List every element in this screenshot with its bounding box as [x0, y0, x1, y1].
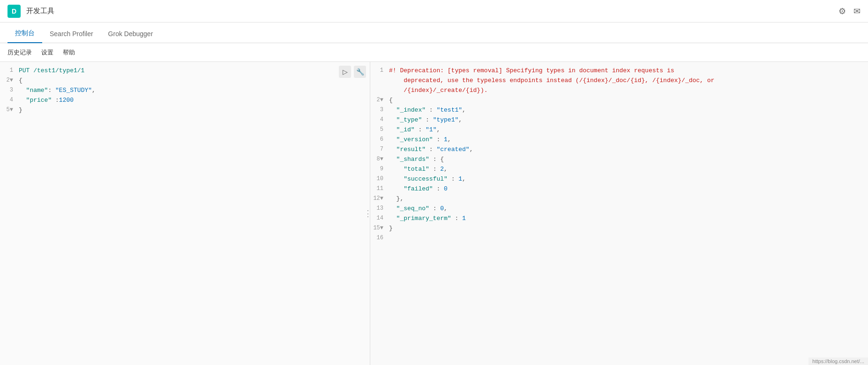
- line-content: "price" :1200: [19, 95, 370, 105]
- settings-button[interactable]: 设置: [41, 48, 53, 57]
- left-pane: ▷ 🔧 1 PUT /test1/type1/1 2▼ { 3 "name": …: [0, 62, 370, 365]
- code-line: 8▼ "_shards" : {: [370, 154, 868, 164]
- line-num: 6: [370, 135, 389, 144]
- tab-bar: 控制台 Search Profiler Grok Debugger: [0, 23, 868, 43]
- line-num: 13: [370, 204, 389, 213]
- line-num: 1: [370, 66, 389, 76]
- code-line: 15▼ }: [370, 223, 868, 233]
- line-content: #! Deprecation: [types removal] Specifyi…: [389, 66, 868, 76]
- run-button[interactable]: ▷: [339, 66, 351, 78]
- line-content: "_id" : "1",: [389, 125, 868, 135]
- line-content: "total" : 2,: [389, 164, 868, 174]
- line-content: {: [19, 76, 370, 85]
- line-num: 10: [370, 174, 389, 184]
- settings-icon[interactable]: ⚙: [838, 6, 846, 16]
- left-code-editor[interactable]: 1 PUT /test1/type1/1 2▼ { 3 "name": "ES_…: [0, 62, 370, 365]
- line-num: 7: [370, 144, 389, 154]
- right-pane: 1 #! Deprecation: [types removal] Specif…: [370, 62, 868, 365]
- code-line: 3 "_index" : "test1",: [370, 105, 868, 115]
- line-num: 1: [0, 66, 19, 76]
- code-line: 13 "_seq_no" : 0,: [370, 204, 868, 213]
- line-num: 3: [370, 105, 389, 115]
- app-title: 开发工具: [26, 7, 54, 15]
- line-num: 14: [370, 213, 389, 223]
- code-line: 3 "name": "ES_STUDY",: [0, 85, 370, 95]
- wrench-button[interactable]: 🔧: [354, 66, 366, 78]
- line-content: "_primary_term" : 1: [389, 213, 868, 223]
- status-bar: https://blog.csdn.net/...: [808, 357, 868, 365]
- code-line: 9 "total" : 2,: [370, 164, 868, 174]
- line-num: 16: [370, 233, 389, 243]
- line-content: "_type" : "type1",: [389, 115, 868, 125]
- code-line: 10 "successful" : 1,: [370, 174, 868, 184]
- line-num: 12▼: [370, 194, 389, 204]
- code-line: 1 PUT /test1/type1/1: [0, 66, 370, 76]
- line-content: "_version" : 1,: [389, 135, 868, 144]
- line-content: "result" : "created",: [389, 144, 868, 154]
- tab-console[interactable]: 控制台: [7, 24, 42, 43]
- line-num: 4: [0, 95, 19, 105]
- help-button[interactable]: 帮助: [63, 48, 75, 57]
- editor-area: ▷ 🔧 1 PUT /test1/type1/1 2▼ { 3 "name": …: [0, 62, 868, 365]
- code-line: 14 "_primary_term" : 1: [370, 213, 868, 223]
- code-line: 5 "_id" : "1",: [370, 125, 868, 135]
- history-button[interactable]: 历史记录: [7, 48, 32, 57]
- top-bar-right: ⚙ ✉: [838, 6, 861, 16]
- line-num: 2▼: [0, 76, 19, 85]
- code-line: 5▼ }: [0, 105, 370, 115]
- code-line: 2▼ {: [370, 95, 868, 105]
- code-line: 7 "result" : "created",: [370, 144, 868, 154]
- app-icon: D: [7, 5, 21, 18]
- line-num: 4: [370, 115, 389, 125]
- line-content: PUT /test1/type1/1: [19, 66, 370, 76]
- line-num: 3: [0, 85, 19, 95]
- line-num: 2▼: [370, 95, 389, 105]
- code-line: 16: [370, 233, 868, 243]
- tab-grok-debugger[interactable]: Grok Debugger: [101, 25, 161, 43]
- line-num: 15▼: [370, 223, 389, 233]
- line-content: {: [389, 95, 868, 105]
- line-num: 5▼: [0, 105, 19, 115]
- line-content: "_index" : "test1",: [389, 105, 868, 115]
- line-content: }: [389, 223, 868, 233]
- line-num: 8▼: [370, 154, 389, 164]
- line-content: "name": "ES_STUDY",: [19, 85, 370, 95]
- line-num: 5: [370, 125, 389, 135]
- tab-search-profiler[interactable]: Search Profiler: [42, 25, 101, 43]
- code-line: /{index}/_create/{id}).: [370, 85, 868, 95]
- line-content: deprecated, use the typeless endpoints i…: [389, 76, 868, 85]
- code-line: 12▼ },: [370, 194, 868, 204]
- code-line: deprecated, use the typeless endpoints i…: [370, 76, 868, 85]
- left-pane-actions: ▷ 🔧: [339, 66, 366, 78]
- line-content: /{index}/_create/{id}).: [389, 85, 868, 95]
- top-bar: D 开发工具 ⚙ ✉: [0, 0, 868, 23]
- code-line: 4 "price" :1200: [0, 95, 370, 105]
- line-num: 11: [370, 184, 389, 194]
- code-line: 11 "failed" : 0: [370, 184, 868, 194]
- line-content: "failed" : 0: [389, 184, 868, 194]
- line-content: "_shards" : {: [389, 154, 868, 164]
- line-content: "_seq_no" : 0,: [389, 204, 868, 213]
- code-line: 4 "_type" : "type1",: [370, 115, 868, 125]
- toolbar: 历史记录 设置 帮助: [0, 43, 868, 62]
- line-num: 9: [370, 164, 389, 174]
- code-line: 2▼ {: [0, 76, 370, 85]
- divider-handle[interactable]: ⋮: [366, 204, 370, 223]
- code-line: 1 #! Deprecation: [types removal] Specif…: [370, 66, 868, 76]
- mail-icon[interactable]: ✉: [853, 6, 861, 16]
- top-bar-left: D 开发工具: [7, 5, 54, 18]
- line-content: }: [19, 105, 370, 115]
- line-content: },: [389, 194, 868, 204]
- right-code-editor[interactable]: 1 #! Deprecation: [types removal] Specif…: [370, 62, 868, 365]
- line-content: "successful" : 1,: [389, 174, 868, 184]
- code-line: 6 "_version" : 1,: [370, 135, 868, 144]
